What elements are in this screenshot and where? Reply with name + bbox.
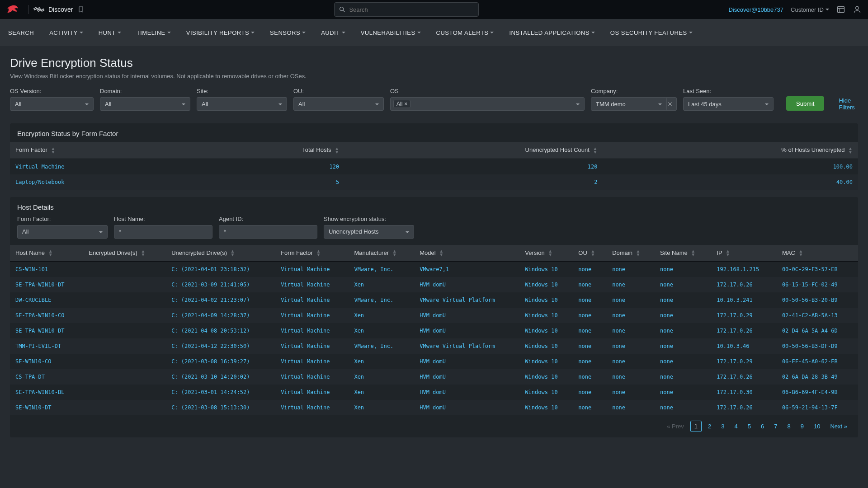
cell-ou[interactable]: none: [573, 277, 607, 292]
cell-form-factor[interactable]: Virtual Machine: [10, 159, 196, 174]
cell-ff[interactable]: Virtual Machine: [275, 338, 349, 354]
cell-ud[interactable]: C: (2021-04-09 14:28:37): [166, 308, 275, 323]
nav-search[interactable]: SEARCH: [8, 29, 34, 36]
page-prev[interactable]: « Prev: [663, 421, 688, 432]
cell-unencrypted[interactable]: 120: [344, 159, 603, 174]
nav-audit[interactable]: AUDIT: [321, 29, 345, 36]
cell-vr[interactable]: Windows 10: [519, 338, 573, 354]
cell-ip[interactable]: 10.10.3.46: [711, 338, 777, 354]
cell-ud[interactable]: C: (2021-03-01 14:24:52): [166, 385, 275, 400]
cell-mac[interactable]: 02-41-C2-AB-5A-13: [777, 308, 858, 323]
cell-mf[interactable]: Xen: [349, 369, 414, 385]
filter-company[interactable]: TMM demo: [591, 97, 667, 111]
cell-pct[interactable]: 40.00: [603, 174, 858, 190]
cell-ed[interactable]: [83, 308, 166, 323]
filter-panel-icon[interactable]: [836, 5, 845, 14]
cell-mf[interactable]: Xen: [349, 354, 414, 369]
cell-hn[interactable]: SE-TPA-WIN10-BL: [10, 385, 83, 400]
cell-ud[interactable]: C: (2021-04-12 22:30:50): [166, 338, 275, 354]
filter-last-seen[interactable]: Last 45 days: [683, 97, 774, 111]
cell-hn[interactable]: SE-WIN10-DT: [10, 400, 83, 415]
filter-os-version[interactable]: All: [10, 97, 94, 111]
account-link[interactable]: Discover@10bbe737: [728, 6, 783, 13]
cell-ou[interactable]: none: [573, 400, 607, 415]
hd-filter-host-name[interactable]: [114, 225, 212, 239]
cell-ip[interactable]: 172.17.0.29: [711, 354, 777, 369]
cell-total[interactable]: 120: [196, 159, 344, 174]
page-2[interactable]: 2: [704, 421, 715, 432]
cell-ff[interactable]: Virtual Machine: [275, 385, 349, 400]
cell-ip[interactable]: 172.17.0.26: [711, 400, 777, 415]
cell-ed[interactable]: [83, 323, 166, 338]
cell-sn[interactable]: none: [655, 262, 711, 277]
col-header[interactable]: Host Name ▲▼: [10, 245, 83, 262]
cell-ou[interactable]: none: [573, 385, 607, 400]
cell-ud[interactable]: C: (2021-03-09 21:41:05): [166, 277, 275, 292]
cell-ff[interactable]: Virtual Machine: [275, 354, 349, 369]
cell-hn[interactable]: DW-CRUCIBLE: [10, 292, 83, 308]
hd-filter-encryption-status[interactable]: Unencrypted Hosts: [324, 225, 414, 239]
hide-filters-link[interactable]: Hide Filters: [839, 97, 858, 111]
col-header[interactable]: MAC ▲▼: [777, 245, 858, 262]
cell-hn[interactable]: TMM-PI-EVIL-DT: [10, 338, 83, 354]
cell-md[interactable]: VMware Virtual Platform: [414, 338, 519, 354]
col-header[interactable]: Domain ▲▼: [607, 245, 655, 262]
cell-sn[interactable]: none: [655, 369, 711, 385]
cell-ip[interactable]: 172.17.0.30: [711, 385, 777, 400]
col-header[interactable]: IP ▲▼: [711, 245, 777, 262]
page-1[interactable]: 1: [690, 421, 702, 432]
cell-ip[interactable]: 172.17.0.26: [711, 323, 777, 338]
cell-ud[interactable]: C: (2021-03-08 15:13:30): [166, 400, 275, 415]
cell-ff[interactable]: Virtual Machine: [275, 292, 349, 308]
cell-mf[interactable]: VMware, Inc.: [349, 338, 414, 354]
col-header[interactable]: Encrypted Drive(s) ▲▼: [83, 245, 166, 262]
cell-sn[interactable]: none: [655, 323, 711, 338]
filter-domain[interactable]: All: [100, 97, 190, 111]
cell-sn[interactable]: none: [655, 338, 711, 354]
cell-ip[interactable]: 172.17.0.26: [711, 369, 777, 385]
col-header[interactable]: Unencrypted Host Count ▲▼: [344, 142, 603, 159]
cell-vr[interactable]: Windows 10: [519, 354, 573, 369]
page-9[interactable]: 9: [797, 421, 807, 432]
search-input[interactable]: [334, 2, 479, 17]
cell-pct[interactable]: 100.00: [603, 159, 858, 174]
cell-md[interactable]: HVM domU: [414, 323, 519, 338]
cell-mf[interactable]: VMware, Inc.: [349, 262, 414, 277]
cell-vr[interactable]: Windows 10: [519, 277, 573, 292]
filter-ou[interactable]: All: [293, 97, 384, 111]
cell-ff[interactable]: Virtual Machine: [275, 262, 349, 277]
filter-os-tag[interactable]: All ×: [393, 100, 410, 108]
cell-sn[interactable]: none: [655, 308, 711, 323]
cell-ed[interactable]: [83, 369, 166, 385]
cell-ed[interactable]: [83, 338, 166, 354]
cell-hn[interactable]: SE-TPA-WIN10-DT: [10, 323, 83, 338]
cell-mf[interactable]: Xen: [349, 385, 414, 400]
page-10[interactable]: 10: [810, 421, 824, 432]
cell-md[interactable]: HVM domU: [414, 369, 519, 385]
nav-installed-applications[interactable]: INSTALLED APPLICATIONS: [509, 29, 594, 36]
user-icon[interactable]: [853, 5, 862, 14]
cell-ud[interactable]: C: (2021-04-08 20:53:12): [166, 323, 275, 338]
page-5[interactable]: 5: [744, 421, 755, 432]
col-header[interactable]: Manufacturer ▲▼: [349, 245, 414, 262]
cell-dm[interactable]: none: [607, 323, 655, 338]
col-header[interactable]: % of Hosts Unencrypted ▲▼: [603, 142, 858, 159]
cell-ud[interactable]: C: (2021-03-10 14:20:02): [166, 369, 275, 385]
cell-mac[interactable]: 00-0C-29-F3-57-EB: [777, 262, 858, 277]
cell-sn[interactable]: none: [655, 277, 711, 292]
cell-total[interactable]: 5: [196, 174, 344, 190]
page-4[interactable]: 4: [731, 421, 741, 432]
cell-mac[interactable]: 06-B6-69-4F-E4-9B: [777, 385, 858, 400]
col-header[interactable]: Total Hosts ▲▼: [196, 142, 344, 159]
cell-md[interactable]: HVM domU: [414, 277, 519, 292]
nav-timeline[interactable]: TIMELINE: [137, 29, 171, 36]
cell-md[interactable]: HVM domU: [414, 385, 519, 400]
col-header[interactable]: Form Factor ▲▼: [10, 142, 196, 159]
cell-ff[interactable]: Virtual Machine: [275, 308, 349, 323]
cell-md[interactable]: HVM domU: [414, 308, 519, 323]
cell-ed[interactable]: [83, 292, 166, 308]
cell-md[interactable]: HVM domU: [414, 400, 519, 415]
page-6[interactable]: 6: [757, 421, 768, 432]
cell-mac[interactable]: 06-15-15-FC-02-49: [777, 277, 858, 292]
cell-unencrypted[interactable]: 2: [344, 174, 603, 190]
